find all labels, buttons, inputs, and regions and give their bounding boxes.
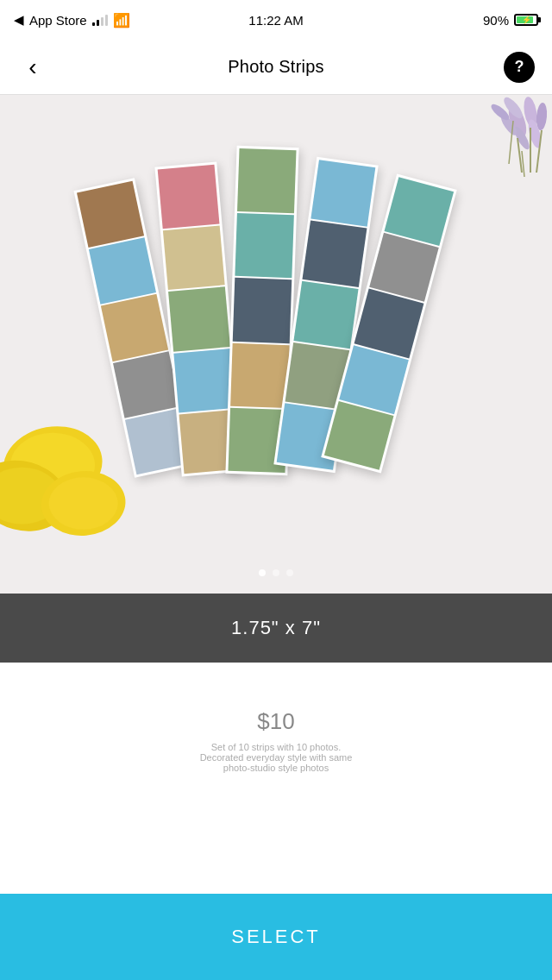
- status-right: 90% ⚡: [483, 13, 538, 28]
- carrier-label: App Store: [29, 13, 87, 28]
- strip-4-photo-3: [294, 281, 359, 349]
- signal-bars: [92, 14, 108, 26]
- lemon-decoration: [0, 404, 138, 542]
- dimensions-bar: 1.75" x 7": [0, 594, 552, 663]
- signal-bar-4: [105, 15, 108, 26]
- strip-3-photo-1: [237, 148, 297, 213]
- dot-1: [259, 569, 266, 576]
- page-title: Photo Strips: [228, 57, 323, 77]
- carousel-dots: [259, 569, 293, 576]
- select-button[interactable]: SELECT: [0, 894, 552, 980]
- strip-2-photo-1: [158, 165, 220, 229]
- strip-2-photo-3: [168, 287, 230, 352]
- signal-bar-2: [97, 20, 99, 26]
- battery-percent: 90%: [483, 13, 509, 28]
- price-label: $10: [257, 708, 294, 735]
- pricing-section: $10 Set of 10 strips with 10 photos. Dec…: [0, 663, 552, 818]
- svg-point-18: [49, 477, 118, 529]
- wifi-icon: 📶: [113, 12, 130, 28]
- dot-2: [273, 569, 279, 576]
- nav-bar: ‹ Photo Strips ?: [0, 40, 552, 95]
- strip-3-photo-4: [230, 342, 290, 407]
- status-time: 11:22 AM: [248, 13, 303, 28]
- status-bar: ◀ App Store 📶 11:22 AM 90% ⚡: [0, 0, 552, 40]
- dimensions-label: 1.75" x 7": [231, 617, 321, 639]
- strip-1-photo-2: [89, 238, 156, 305]
- price-subtitle: Set of 10 strips with 10 photos. Decorat…: [190, 742, 362, 773]
- status-left: ◀ App Store 📶: [14, 12, 130, 28]
- battery-icon: ⚡: [514, 14, 538, 26]
- strip-3-photo-2: [235, 213, 294, 278]
- strip-2-photo-2: [163, 226, 225, 291]
- dot-3: [286, 569, 293, 576]
- strip-1-photo-4: [113, 351, 180, 418]
- svg-line-9: [522, 151, 524, 177]
- back-chevron-icon: ‹: [28, 55, 36, 79]
- back-arrow-status: ◀: [14, 12, 24, 28]
- help-button[interactable]: ?: [504, 52, 535, 83]
- help-icon: ?: [514, 58, 524, 76]
- select-button-label: SELECT: [231, 926, 321, 948]
- strip-4-photo-1: [310, 160, 375, 227]
- strip-4-photo-2: [302, 221, 367, 288]
- strip-2-photo-4: [173, 349, 235, 413]
- strip-1-photo-1: [77, 181, 144, 248]
- hero-image-area: [0, 95, 552, 594]
- back-button[interactable]: ‹: [17, 52, 48, 83]
- signal-bar-1: [92, 22, 95, 26]
- photo-scene: [0, 95, 552, 594]
- strip-3-photo-3: [233, 278, 292, 342]
- strip-1-photo-3: [101, 294, 168, 361]
- signal-bar-3: [101, 17, 104, 26]
